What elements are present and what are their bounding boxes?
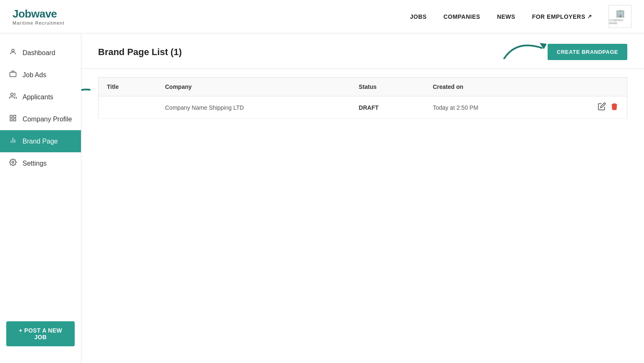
logo-crescent-icon — [68, 8, 85, 25]
job-ads-icon — [8, 70, 18, 80]
svg-point-2 — [11, 93, 13, 96]
page-title: Brand Page List (1) — [98, 47, 182, 58]
table-body: Company Name Shipping LTD DRAFT Today at… — [98, 96, 627, 119]
layout: Dashboard Job Ads Applicants Company Pro… — [0, 33, 644, 363]
cell-status: DRAFT — [351, 96, 424, 119]
logo-text: Jobwave Maritime Recruitment — [13, 8, 65, 25]
arrow-right-icon — [500, 35, 554, 63]
table-header-row: Title Company Status Created on — [98, 78, 627, 96]
main-inner: Brand Page List (1) CREATE BRANDPAGE — [81, 33, 644, 363]
dashboard-icon — [8, 48, 18, 58]
main-content: Brand Page List (1) CREATE BRANDPAGE — [81, 33, 644, 363]
sidebar-item-applicants-label: Applicants — [23, 93, 53, 101]
cell-actions — [551, 96, 627, 119]
nav-for-employers[interactable]: FOR EMPLOYERS ↗ — [532, 13, 592, 20]
brand-page-icon — [8, 136, 18, 146]
col-actions — [551, 78, 627, 96]
page-header: Brand Page List (1) CREATE BRANDPAGE — [81, 33, 644, 69]
post-job-button[interactable]: + POST A NEW JOB — [6, 321, 75, 346]
brand-page-table: Title Company Status Created on Company … — [98, 77, 627, 119]
logo-title: Jobwave — [13, 8, 65, 20]
table-header: Title Company Status Created on — [98, 78, 627, 96]
company-logo: 🏢 COMPANY NAME — [609, 5, 631, 28]
create-brandpage-button[interactable]: CREATE BRANDPAGE — [548, 44, 627, 60]
company-logo-label: COMPANY NAME — [609, 19, 631, 25]
cell-created-on: Today at 2:50 PM — [424, 96, 551, 119]
sidebar-item-applicants[interactable]: Applicants — [0, 86, 81, 108]
nav-news[interactable]: NEWS — [497, 13, 515, 20]
page-header-wrapper: Brand Page List (1) CREATE BRANDPAGE — [81, 33, 644, 69]
header: Jobwave Maritime Recruitment JOBS COMPAN… — [0, 0, 644, 33]
nav-companies[interactable]: COMPANIES — [443, 13, 480, 20]
sidebar-item-job-ads-label: Job Ads — [23, 71, 46, 79]
applicants-icon — [8, 92, 18, 102]
sidebar-item-company-profile-label: Company Profile — [23, 116, 72, 123]
table-row: Company Name Shipping LTD DRAFT Today at… — [98, 96, 627, 119]
external-link-icon: ↗ — [587, 13, 592, 20]
svg-point-0 — [12, 49, 14, 52]
svg-point-10 — [12, 161, 14, 164]
post-job-button-wrapper: + POST A NEW JOB — [6, 321, 75, 346]
sidebar-item-dashboard-label: Dashboard — [23, 49, 55, 57]
header-right: CREATE BRANDPAGE — [548, 44, 627, 60]
delete-icon[interactable] — [610, 102, 619, 113]
settings-icon — [8, 159, 18, 168]
table-container: Title Company Status Created on Company … — [81, 69, 644, 127]
nav-jobs[interactable]: JOBS — [410, 13, 427, 20]
logo: Jobwave Maritime Recruitment — [13, 8, 85, 25]
col-company: Company — [157, 78, 350, 96]
logo-subtitle: Maritime Recruitment — [13, 20, 65, 25]
company-profile-icon — [8, 114, 18, 124]
sidebar-item-company-profile[interactable]: Company Profile — [0, 108, 81, 130]
svg-rect-6 — [14, 119, 16, 121]
col-status: Status — [351, 78, 424, 96]
sidebar-item-job-ads[interactable]: Job Ads — [0, 64, 81, 86]
cell-company: Company Name Shipping LTD — [157, 96, 350, 119]
col-created-on: Created on — [424, 78, 551, 96]
arrow-left-icon — [81, 83, 94, 117]
sidebar-item-brand-page-label: Brand Page — [23, 138, 58, 145]
svg-rect-3 — [10, 115, 12, 117]
company-building-icon: 🏢 — [616, 9, 625, 18]
sidebar-item-dashboard[interactable]: Dashboard — [0, 42, 81, 64]
sidebar: Dashboard Job Ads Applicants Company Pro… — [0, 33, 81, 363]
edit-icon[interactable] — [598, 102, 606, 113]
sidebar-item-settings[interactable]: Settings — [0, 152, 81, 174]
svg-rect-4 — [14, 115, 16, 117]
cell-title — [98, 96, 157, 119]
sidebar-item-brand-page[interactable]: Brand Page — [0, 130, 81, 152]
svg-rect-5 — [10, 119, 12, 121]
main-nav: JOBS COMPANIES NEWS FOR EMPLOYERS ↗ 🏢 CO… — [410, 5, 631, 28]
col-title: Title — [98, 78, 157, 96]
svg-rect-1 — [10, 72, 16, 77]
action-icons — [559, 102, 619, 113]
sidebar-item-settings-label: Settings — [23, 160, 47, 167]
